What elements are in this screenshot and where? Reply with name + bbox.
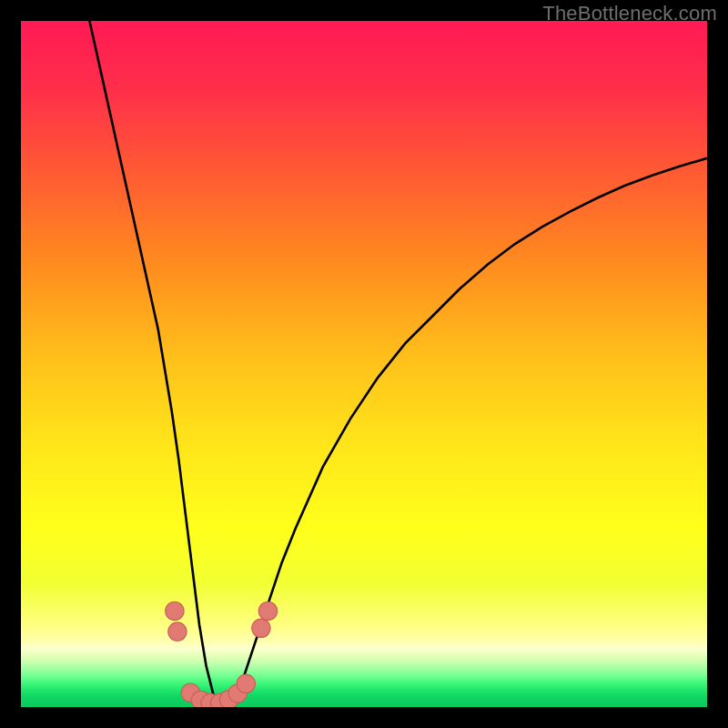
data-marker bbox=[168, 622, 187, 641]
data-marker bbox=[166, 602, 184, 620]
watermark-text: TheBottleneck.com bbox=[542, 2, 717, 25]
data-marker bbox=[237, 674, 255, 693]
chart-frame bbox=[21, 21, 707, 707]
data-marker bbox=[252, 619, 270, 637]
data-marker bbox=[258, 602, 277, 620]
bottleneck-curve bbox=[21, 21, 707, 707]
